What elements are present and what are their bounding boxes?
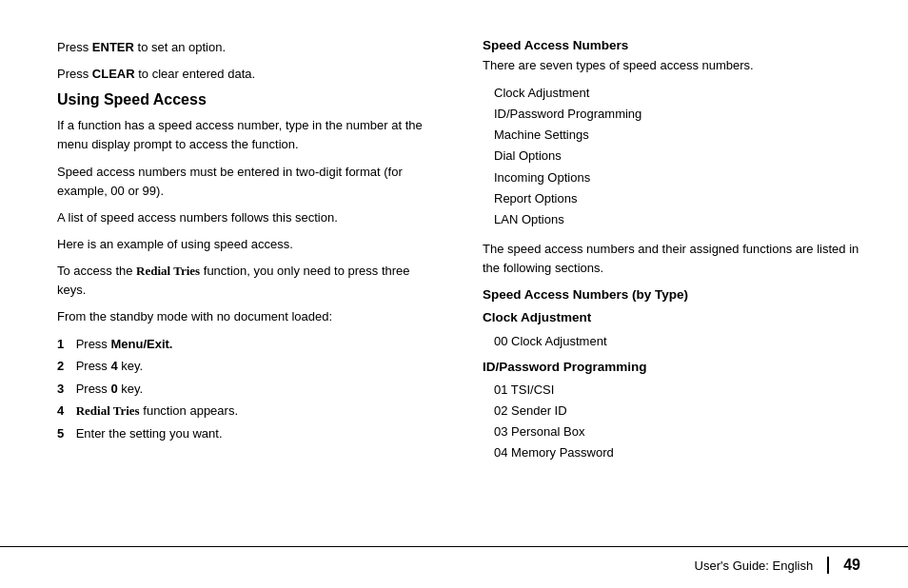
press-enter-suffix: to set an option.: [134, 40, 226, 54]
step-3: 3 Press 0 key.: [57, 380, 435, 399]
type-machine-settings: Machine Settings: [494, 125, 860, 146]
footer-label: User's Guide: English: [695, 559, 814, 573]
id-password-heading: ID/Password Programming: [483, 358, 860, 377]
para3: A list of speed access numbers follows t…: [57, 208, 435, 227]
footer: User's Guide: English 49: [0, 546, 908, 588]
speed-access-intro: There are seven types of speed access nu…: [483, 56, 860, 75]
right-column: Speed Access Numbers There are seven typ…: [464, 38, 860, 527]
type-report-options: Report Options: [494, 188, 860, 209]
id-password-04: 04 Memory Password: [494, 442, 860, 463]
clear-bold: CLEAR: [92, 67, 135, 81]
clock-adj-00: 00 Clock Adjustment: [494, 331, 860, 352]
para1: If a function has a speed access number,…: [57, 116, 435, 154]
id-password-list: 01 TSI/CSI 02 Sender ID 03 Personal Box …: [494, 380, 860, 463]
para6: From the standby mode with no document l…: [57, 307, 435, 326]
speed-access-description: The speed access numbers and their assig…: [483, 240, 860, 278]
clock-adj-heading: Clock Adjustment: [483, 308, 860, 327]
left-column: Press ENTER to set an option. Press CLEA…: [57, 38, 435, 527]
para2: Speed access numbers must be entered in …: [57, 163, 435, 201]
para5: To access the Redial Tries function, you…: [57, 262, 435, 300]
section-heading: Using Speed Access: [57, 91, 435, 108]
press-clear-para: Press CLEAR to clear entered data.: [57, 65, 435, 84]
type-incoming-options: Incoming Options: [494, 167, 860, 188]
type-lan-options: LAN Options: [494, 209, 860, 230]
id-password-01: 01 TSI/CSI: [494, 380, 860, 401]
clock-adj-list: 00 Clock Adjustment: [494, 331, 860, 352]
para5-prefix: To access the: [57, 264, 136, 278]
speed-access-title: Speed Access Numbers: [483, 38, 860, 52]
type-id-password: ID/Password Programming: [494, 104, 860, 125]
redial-tries-inline: Redial Tries: [136, 264, 200, 278]
type-dial-options: Dial Options: [494, 146, 860, 167]
content-area: Press ENTER to set an option. Press CLEA…: [0, 0, 908, 546]
step-4: 4 Redial Tries function appears.: [57, 402, 435, 421]
page-container: Press ENTER to set an option. Press CLEA…: [0, 0, 908, 588]
press-clear-suffix: to clear entered data.: [135, 67, 255, 81]
step-5: 5 Enter the setting you want.: [57, 424, 435, 443]
para4: Here is an example of using speed access…: [57, 235, 435, 254]
steps-list: 1 Press Menu/Exit. 2 Press 4 key. 3 Pres…: [57, 335, 435, 443]
speed-access-types-list: Clock Adjustment ID/Password Programming…: [494, 83, 860, 230]
by-type-heading: Speed Access Numbers (by Type): [483, 285, 860, 304]
step-2: 2 Press 4 key.: [57, 357, 435, 376]
press-clear-prefix: Press: [57, 67, 92, 81]
id-password-03: 03 Personal Box: [494, 421, 860, 442]
step-1: 1 Press Menu/Exit.: [57, 335, 435, 354]
type-clock: Clock Adjustment: [494, 83, 860, 104]
press-enter-prefix: Press: [57, 40, 92, 54]
press-enter-para: Press ENTER to set an option.: [57, 38, 435, 57]
id-password-02: 02 Sender ID: [494, 401, 860, 421]
footer-page: 49: [827, 557, 860, 574]
enter-bold: ENTER: [92, 40, 134, 54]
